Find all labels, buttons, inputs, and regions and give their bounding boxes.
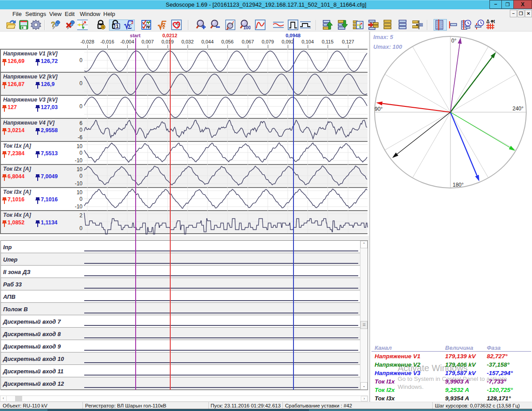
svg-text:t: t [493, 20, 495, 24]
svg-text:Δ: Δ [486, 20, 489, 24]
